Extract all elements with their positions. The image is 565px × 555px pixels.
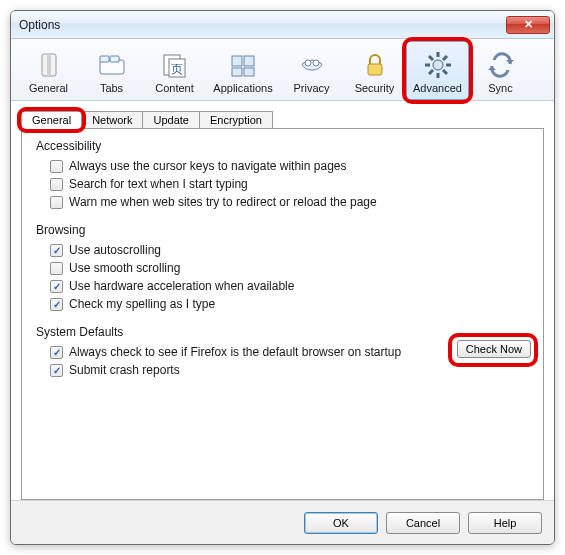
category-general[interactable]: General: [17, 41, 80, 100]
option-label: Use hardware acceleration when available: [69, 279, 294, 293]
group-label: Browsing: [36, 223, 531, 237]
content-area: General Network Update Encryption Access…: [11, 101, 554, 500]
check-now-button[interactable]: Check Now: [457, 340, 531, 358]
option-label: Search for text when I start typing: [69, 177, 248, 191]
svg-point-12: [305, 60, 311, 66]
svg-rect-3: [100, 56, 109, 62]
subtab-network[interactable]: Network: [81, 111, 143, 129]
checkbox-crash-reports[interactable]: [50, 364, 63, 377]
svg-marker-24: [506, 60, 514, 64]
category-toolbar: General Tabs 页 Content Applications Priv…: [11, 39, 554, 101]
category-label: Advanced: [413, 82, 462, 94]
subtab-label: Encryption: [210, 114, 262, 126]
category-advanced[interactable]: Advanced: [406, 41, 469, 100]
category-label: General: [29, 82, 68, 94]
category-tabs[interactable]: Tabs: [80, 41, 143, 100]
svg-rect-8: [232, 56, 242, 66]
category-label: Content: [155, 82, 194, 94]
svg-rect-11: [244, 68, 254, 76]
category-label: Applications: [213, 82, 272, 94]
option-label: Always use the cursor keys to navigate w…: [69, 159, 346, 173]
sync-icon: [485, 49, 517, 81]
svg-line-22: [443, 56, 447, 60]
category-label: Security: [355, 82, 395, 94]
checkbox-smooth-scrolling[interactable]: [50, 262, 63, 275]
general-panel: Accessibility Always use the cursor keys…: [21, 128, 544, 500]
svg-line-21: [443, 70, 447, 74]
subtab-encryption[interactable]: Encryption: [199, 111, 273, 129]
subtab-label: Update: [153, 114, 188, 126]
checkbox-spelling[interactable]: [50, 298, 63, 311]
svg-rect-9: [244, 56, 254, 66]
checkbox-search-typing[interactable]: [50, 178, 63, 191]
category-security[interactable]: Security: [343, 41, 406, 100]
checkbox-warn-redirect[interactable]: [50, 196, 63, 209]
group-accessibility: Accessibility Always use the cursor keys…: [36, 139, 531, 211]
svg-point-13: [313, 60, 319, 66]
group-label: Accessibility: [36, 139, 531, 153]
category-label: Sync: [488, 82, 512, 94]
checkbox-cursor-keys[interactable]: [50, 160, 63, 173]
category-sync[interactable]: Sync: [469, 41, 532, 100]
option-label: Always check to see if Firefox is the de…: [69, 345, 401, 359]
subtab-update[interactable]: Update: [142, 111, 199, 129]
dialog-footer: OK Cancel Help: [11, 500, 554, 544]
subtab-general[interactable]: General: [21, 111, 82, 129]
checkbox-autoscrolling[interactable]: [50, 244, 63, 257]
option-label: Use smooth scrolling: [69, 261, 180, 275]
advanced-icon: [422, 49, 454, 81]
close-button[interactable]: ✕: [506, 16, 550, 34]
options-window: Options ✕ General Tabs 页 Content: [10, 10, 555, 545]
group-label: System Defaults: [36, 325, 531, 339]
svg-line-23: [429, 70, 433, 74]
ok-button[interactable]: OK: [304, 512, 378, 534]
titlebar: Options ✕: [11, 11, 554, 39]
window-title: Options: [19, 18, 506, 32]
svg-rect-10: [232, 68, 242, 76]
subtab-strip: General Network Update Encryption: [21, 107, 544, 129]
security-icon: [359, 49, 391, 81]
category-label: Tabs: [100, 82, 123, 94]
option-label: Warn me when web sites try to redirect o…: [69, 195, 377, 209]
option-label: Check my spelling as I type: [69, 297, 215, 311]
svg-line-20: [429, 56, 433, 60]
close-icon: ✕: [524, 18, 533, 31]
option-label: Submit crash reports: [69, 363, 180, 377]
checkbox-default-browser[interactable]: [50, 346, 63, 359]
category-applications[interactable]: Applications: [206, 41, 280, 100]
applications-icon: [227, 49, 259, 81]
content-icon: 页: [159, 49, 191, 81]
category-content[interactable]: 页 Content: [143, 41, 206, 100]
svg-rect-14: [368, 64, 382, 75]
svg-rect-4: [110, 56, 119, 62]
category-label: Privacy: [293, 82, 329, 94]
svg-marker-25: [488, 66, 496, 70]
option-label: Use autoscrolling: [69, 243, 161, 257]
privacy-icon: [296, 49, 328, 81]
general-icon: [33, 49, 65, 81]
subtab-label: Network: [92, 114, 132, 126]
subtab-label: General: [32, 114, 71, 126]
group-system-defaults: System Defaults Always check to see if F…: [36, 325, 531, 379]
help-button[interactable]: Help: [468, 512, 542, 534]
svg-rect-1: [47, 54, 51, 76]
cancel-button[interactable]: Cancel: [386, 512, 460, 534]
group-browsing: Browsing Use autoscrolling Use smooth sc…: [36, 223, 531, 313]
svg-point-15: [433, 60, 443, 70]
tabs-icon: [96, 49, 128, 81]
svg-text:页: 页: [171, 62, 183, 76]
category-privacy[interactable]: Privacy: [280, 41, 343, 100]
checkbox-hardware-accel[interactable]: [50, 280, 63, 293]
